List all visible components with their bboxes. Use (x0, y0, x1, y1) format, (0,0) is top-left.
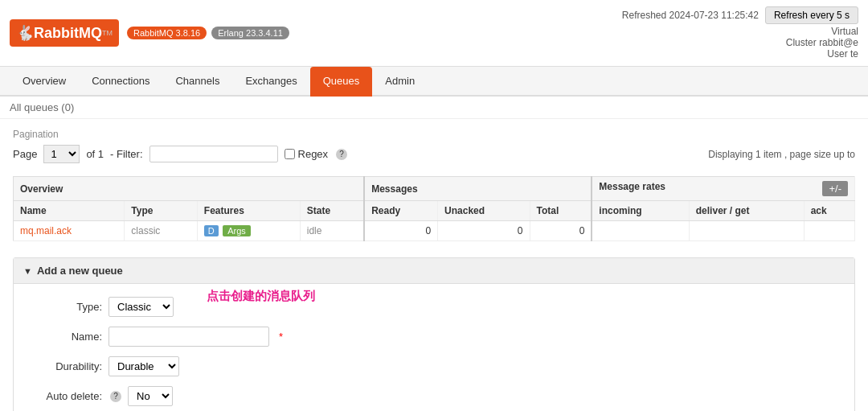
type-select[interactable]: Classic Quorum Stream (108, 297, 174, 317)
header: 🐇RabbitMQTM RabbitMQ 3.8.16 Erlang 23.3.… (0, 0, 868, 67)
logo-tm: TM (102, 29, 113, 37)
virtual-label: Virtual (622, 26, 858, 37)
durability-form-row: Durability: Durable Transient (30, 356, 838, 376)
page-label: Page (13, 148, 37, 160)
auto-delete-form-row: Auto delete: ? No Yes (30, 386, 838, 406)
feature-d-badge: D (204, 225, 219, 236)
col-incoming: incoming (592, 201, 689, 221)
user-label: User te (622, 48, 858, 60)
nav-exchanges[interactable]: Exchanges (232, 67, 309, 97)
col-group-overview: Overview (14, 177, 365, 201)
col-unacked: Unacked (438, 201, 530, 221)
add-queue-header[interactable]: ▼ Add a new queue (14, 258, 854, 284)
auto-delete-select[interactable]: No Yes (128, 386, 173, 406)
header-right: Refreshed 2024-07-23 11:25:42 Refresh ev… (622, 6, 858, 60)
row-state: idle (300, 221, 364, 241)
type-label: Type: (30, 301, 102, 313)
nav-channels[interactable]: Channels (162, 67, 232, 97)
logo-box: 🐇RabbitMQTM (10, 19, 119, 47)
row-ack (804, 221, 854, 241)
logo-mq: MQ (79, 25, 102, 42)
regex-help[interactable]: ? (336, 149, 347, 160)
row-total: 0 (530, 221, 592, 241)
nav-admin[interactable]: Admin (372, 67, 428, 97)
logo-icon: 🐇Rabbit (16, 24, 79, 42)
erlang-version-badge: Erlang 23.3.4.11 (211, 27, 289, 39)
col-group-rates: Message rates +/- (592, 177, 854, 201)
queue-table-section: Overview Messages Message rates +/- Name… (13, 176, 855, 241)
row-name: mq.mail.ack (14, 221, 125, 241)
col-type: Type (125, 201, 198, 221)
row-type: classic (125, 221, 198, 241)
cluster-label: Cluster rabbit@e (622, 37, 858, 48)
nav-connections[interactable]: Connections (79, 67, 162, 97)
queue-name-link[interactable]: mq.mail.ack (20, 225, 72, 236)
nav-overview[interactable]: Overview (10, 67, 79, 97)
pagination-label: Pagination (13, 129, 855, 140)
of-label: of 1 (86, 148, 104, 160)
refresh-area: Refreshed 2024-07-23 11:25:42 Refresh ev… (622, 6, 858, 24)
row-incoming (592, 221, 689, 241)
rabbitmq-version-badge: RabbitMQ 3.8.16 (127, 27, 207, 39)
col-features: Features (197, 201, 300, 221)
required-star: * (279, 331, 283, 343)
regex-checkbox[interactable] (285, 149, 295, 159)
nav-queues[interactable]: Queues (310, 67, 373, 97)
version-badges: RabbitMQ 3.8.16 Erlang 23.3.4.11 (127, 27, 289, 39)
queue-table: Overview Messages Message rates +/- Name… (13, 176, 855, 241)
table-row: mq.mail.ack classic D Args idle 0 0 0 (14, 221, 855, 241)
nav: Overview Connections Channels Exchanges … (0, 67, 868, 97)
page-select[interactable]: 1 (43, 145, 80, 163)
refresh-button[interactable]: Refresh every 5 s (765, 6, 858, 24)
row-features: D Args (197, 221, 300, 241)
breadcrumb: All queues (0) (0, 97, 868, 119)
pagination-row: Page 1 of 1 - Filter: Regex ? Displaying… (13, 145, 855, 163)
col-state: State (300, 201, 364, 221)
auto-delete-label: Auto delete: (30, 390, 102, 402)
col-name: Name (14, 201, 125, 221)
regex-text: Regex (298, 148, 329, 160)
regex-label: Regex (285, 148, 329, 160)
row-ready: 0 (364, 221, 437, 241)
row-deliver-get (689, 221, 804, 241)
name-input[interactable] (108, 327, 269, 347)
display-info: Displaying 1 item , page size up to (708, 149, 855, 160)
feature-args-badge: Args (223, 225, 251, 236)
annotation-text: 点击创建的消息队列 (207, 289, 315, 304)
logo-area: 🐇RabbitMQTM RabbitMQ 3.8.16 Erlang 23.3.… (10, 19, 289, 47)
plus-minus-button[interactable]: +/- (822, 181, 848, 196)
col-deliver-get: deliver / get (689, 201, 804, 221)
main: Pagination Page 1 of 1 - Filter: Regex ?… (0, 119, 868, 411)
durability-label: Durability: (30, 360, 102, 372)
auto-delete-help[interactable]: ? (110, 391, 121, 402)
refreshed-label: Refreshed 2024-07-23 11:25:42 (622, 10, 759, 21)
durability-select[interactable]: Durable Transient (108, 356, 179, 376)
add-queue-section: ▼ Add a new queue Type: Classic Quorum S… (13, 257, 855, 411)
add-queue-body: Type: Classic Quorum Stream 点击创建的消息队列 Na… (14, 284, 854, 411)
row-unacked: 0 (438, 221, 530, 241)
collapse-arrow-icon: ▼ (23, 266, 32, 276)
col-total: Total (530, 201, 592, 221)
col-group-messages: Messages (364, 177, 592, 201)
pagination-section: Pagination Page 1 of 1 - Filter: Regex ?… (13, 129, 855, 163)
name-label: Name: (30, 331, 102, 343)
add-queue-title: Add a new queue (37, 265, 123, 277)
filter-label: - Filter: (110, 148, 142, 160)
col-ready: Ready (364, 201, 437, 221)
name-form-row: Name: * (30, 327, 838, 347)
type-form-row: Type: Classic Quorum Stream 点击创建的消息队列 (30, 297, 838, 317)
col-ack: ack (804, 201, 854, 221)
filter-input[interactable] (149, 146, 278, 162)
